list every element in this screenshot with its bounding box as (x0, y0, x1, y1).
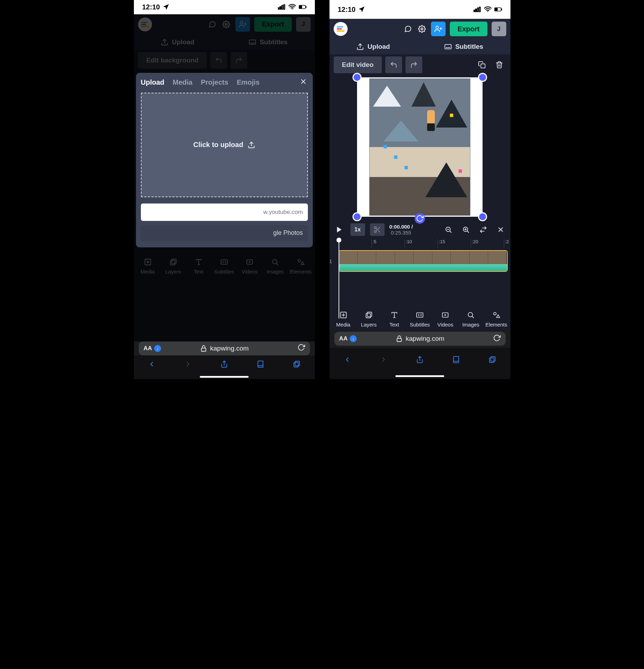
bb-text[interactable]: Text (382, 310, 406, 328)
avatar[interactable]: J (296, 17, 311, 32)
svg-rect-47 (495, 8, 497, 10)
svg-point-87 (494, 313, 496, 315)
zoom-in-button[interactable] (460, 223, 472, 236)
resize-handle-tl[interactable] (353, 73, 362, 82)
undo-button[interactable] (210, 52, 227, 69)
redo-button[interactable] (406, 56, 422, 73)
video-clip[interactable] (369, 78, 470, 216)
svg-marker-88 (497, 315, 500, 317)
tabs-button[interactable] (488, 356, 496, 365)
redo-button[interactable] (230, 52, 247, 69)
bookmarks-button[interactable] (452, 356, 460, 365)
subtitles-tab[interactable]: Subtitles (249, 38, 288, 46)
url-pill[interactable]: AA↓ kapwing.com (139, 341, 310, 355)
time-display: 0:00.000 / 0:25.355 (389, 224, 413, 236)
app-header: Export J (329, 19, 510, 39)
svg-point-9 (240, 22, 243, 24)
svg-marker-28 (249, 261, 251, 263)
cc-icon (415, 310, 424, 320)
secondary-nav: Upload Subtitles (134, 34, 315, 50)
add-user-button[interactable] (431, 22, 446, 36)
split-button[interactable] (370, 223, 385, 236)
audio-waveform (339, 264, 507, 271)
add-user-button[interactable] (235, 17, 250, 32)
copy-button[interactable] (475, 58, 489, 72)
panel-tab-upload[interactable]: Upload (141, 78, 165, 86)
bb-subtitles[interactable]: Subtitles (212, 257, 236, 275)
tabs-button[interactable] (293, 360, 301, 369)
bb-images[interactable]: Images (263, 257, 287, 275)
settings-icon[interactable] (417, 24, 427, 34)
svg-point-4 (291, 9, 293, 10)
share-button[interactable] (416, 356, 424, 365)
bb-media[interactable]: Media (136, 257, 160, 275)
chat-icon[interactable] (207, 20, 217, 29)
delete-button[interactable] (492, 58, 506, 72)
video-clip-timeline[interactable] (339, 250, 508, 272)
export-button[interactable]: Export (254, 17, 291, 32)
reload-button[interactable] (493, 334, 501, 344)
url-pill[interactable]: AA↓ kapwing.com (334, 332, 506, 346)
back-button[interactable] (148, 360, 156, 369)
bb-elements[interactable]: Elements (289, 257, 312, 275)
resize-handle-tr[interactable] (478, 73, 487, 82)
bb-videos[interactable]: Videos (433, 310, 457, 328)
undo-button[interactable] (385, 56, 402, 73)
upload-tab[interactable]: Upload (356, 43, 390, 51)
aa-button[interactable]: AA↓ (339, 335, 357, 342)
bb-layers[interactable]: Layers (357, 310, 381, 328)
svg-rect-48 (501, 9, 502, 10)
svg-rect-37 (201, 348, 206, 351)
subtitles-tab[interactable]: Subtitles (444, 43, 483, 51)
battery-icon (494, 6, 502, 13)
svg-point-31 (298, 260, 301, 262)
url-text: kapwing.com (406, 335, 445, 343)
bb-elements[interactable]: Elements (484, 310, 508, 328)
svg-rect-26 (221, 260, 227, 264)
upload-dropzone[interactable]: Click to upload (141, 93, 308, 197)
cellular-icon (473, 6, 481, 13)
edit-video-button[interactable]: Edit video (334, 56, 382, 73)
bb-images[interactable]: Images (459, 310, 483, 328)
bb-media[interactable]: Media (332, 310, 355, 328)
bookmarks-button[interactable] (257, 360, 264, 369)
close-panel-button[interactable] (300, 78, 307, 87)
zoom-out-button[interactable] (442, 223, 455, 236)
canvas[interactable] (357, 77, 483, 217)
speed-button[interactable]: 1x (350, 223, 365, 236)
reload-button[interactable] (297, 344, 305, 353)
play-button[interactable] (333, 223, 346, 236)
resize-handle-bl[interactable] (353, 212, 362, 221)
export-button[interactable]: Export (450, 22, 487, 36)
back-button[interactable] (343, 356, 351, 365)
bb-text[interactable]: Text (187, 257, 211, 275)
close-timeline-button[interactable] (494, 223, 507, 236)
svg-rect-6 (299, 6, 302, 8)
bb-layers[interactable]: Layers (161, 257, 185, 275)
share-button[interactable] (220, 360, 228, 369)
home-indicator (134, 374, 315, 379)
bb-videos[interactable]: Videos (238, 257, 262, 275)
upload-tab[interactable]: Upload (161, 38, 194, 46)
edit-background-button[interactable]: Edit background (138, 52, 207, 69)
panel-tab-projects[interactable]: Projects (201, 78, 228, 86)
timeline-ruler[interactable]: :5 :10 :15 :20 :2 (329, 239, 510, 248)
chat-icon[interactable] (403, 24, 413, 34)
resize-handle-br[interactable] (478, 212, 487, 221)
bb-subtitles[interactable]: Subtitles (408, 310, 432, 328)
svg-rect-3 (283, 5, 285, 9)
rotate-handle[interactable] (415, 213, 425, 224)
url-input[interactable]: w.youtube.com (141, 203, 308, 221)
avatar[interactable]: J (492, 22, 506, 36)
fit-button[interactable] (477, 223, 490, 236)
google-photos-button[interactable]: gle Photos (141, 225, 308, 241)
svg-line-62 (378, 230, 380, 232)
panel-tab-media[interactable]: Media (173, 78, 192, 86)
settings-icon[interactable] (221, 20, 231, 29)
timeline-tracks[interactable]: 1 (329, 248, 510, 282)
ios-status-bar: 12:10 (329, 0, 510, 19)
panel-tab-emojis[interactable]: Emojis (237, 78, 260, 86)
aa-button[interactable]: AA↓ (144, 345, 161, 352)
svg-line-86 (472, 316, 474, 318)
shapes-icon (296, 257, 305, 267)
